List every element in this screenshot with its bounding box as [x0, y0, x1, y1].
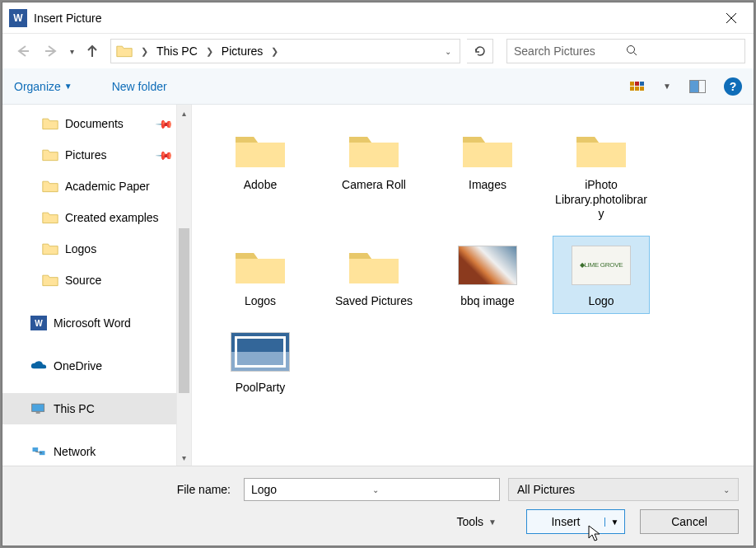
sidebar-tree: Documents 📌 Pictures 📌 Academic Paper Cr… [2, 105, 176, 466]
file-tile-iphoto[interactable]: iPhoto Library.photolibrary [553, 119, 650, 227]
sidebar-item-pictures[interactable]: Pictures 📌 [2, 139, 176, 171]
folder-icon [458, 125, 517, 173]
word-icon: W [30, 316, 47, 330]
image-thumbnail [572, 241, 631, 289]
file-tile-cameraroll[interactable]: Camera Roll [325, 119, 422, 227]
views-grid-icon [630, 82, 644, 91]
sidebar-scrollbar[interactable]: ▴ ▾ [176, 105, 191, 466]
sidebar-label: Logos [65, 242, 96, 255]
sidebar-item-word[interactable]: W Microsoft Word [2, 307, 176, 339]
insert-button[interactable]: Insert ▼ [526, 509, 625, 534]
sidebar-item-academic[interactable]: Academic Paper [2, 171, 176, 202]
refresh-button[interactable] [467, 39, 493, 63]
file-type-filter[interactable]: All Pictures ⌄ [508, 478, 739, 501]
cancel-button[interactable]: Cancel [640, 509, 739, 534]
file-grid: Adobe Camera Roll Images iPhoto Library.… [192, 105, 754, 466]
sidebar-label: Pictures [65, 148, 107, 162]
nav-back-button[interactable] [11, 38, 34, 64]
svg-rect-9 [33, 447, 39, 452]
caret-down-icon: ▼ [488, 518, 497, 527]
new-folder-button[interactable]: New folder [112, 80, 167, 93]
search-placeholder: Search Pictures [514, 44, 626, 58]
nav-history-dropdown[interactable]: ▾ [70, 47, 74, 56]
view-options-button[interactable] [627, 77, 646, 96]
folder-icon [344, 125, 404, 173]
window-title: Insert Picture [34, 12, 712, 25]
file-tile-images[interactable]: Images [439, 119, 536, 227]
svg-rect-10 [40, 451, 45, 455]
sidebar-item-created[interactable]: Created examples [2, 202, 176, 233]
filter-label: All Pictures [517, 483, 723, 496]
sidebar-label: Academic Paper [65, 180, 150, 193]
filename-value: Logo [251, 483, 372, 496]
view-dropdown[interactable]: ▼ [663, 82, 671, 91]
folder-icon [42, 210, 58, 225]
breadcrumb-seg-1[interactable]: This PC [156, 44, 198, 58]
folder-icon [231, 241, 290, 289]
sidebar-label: Created examples [65, 211, 159, 224]
sidebar-item-documents[interactable]: Documents 📌 [2, 108, 176, 139]
nav-up-button[interactable] [81, 38, 104, 64]
arrow-left-icon [14, 43, 30, 59]
arrow-right-icon [44, 43, 60, 59]
filename-dropdown[interactable]: ⌄ [372, 485, 493, 494]
preview-pane-icon [689, 80, 706, 93]
folder-icon [42, 241, 58, 256]
scroll-up-icon[interactable]: ▴ [177, 105, 191, 121]
scroll-down-icon[interactable]: ▾ [177, 449, 191, 466]
sidebar-item-network[interactable]: Network [2, 436, 176, 466]
preview-pane-button[interactable] [688, 77, 707, 96]
file-tile-logos[interactable]: Logos [212, 236, 309, 315]
address-bar[interactable]: ❯ This PC ❯ Pictures ❯ ⌄ [110, 39, 460, 63]
close-button[interactable] [712, 6, 750, 30]
monitor-icon [30, 401, 47, 416]
sidebar-item-source[interactable]: Source [2, 265, 176, 296]
file-tile-savedpictures[interactable]: Saved Pictures [325, 236, 422, 315]
folder-icon [572, 125, 631, 173]
search-icon [626, 44, 738, 59]
svg-line-6 [634, 52, 637, 55]
sidebar-label: Source [65, 274, 101, 287]
sidebar-label: This PC [54, 402, 95, 415]
file-tile-poolparty[interactable]: PoolParty [212, 322, 309, 401]
cancel-label: Cancel [671, 515, 707, 528]
new-folder-label: New folder [112, 80, 167, 93]
dialog-footer: File name: Logo ⌄ All Pictures ⌄ Tools ▼… [2, 466, 754, 546]
filename-input[interactable]: Logo ⌄ [244, 478, 500, 501]
address-dropdown[interactable]: ⌄ [440, 47, 456, 56]
svg-point-5 [628, 45, 635, 53]
folder-icon [42, 179, 58, 194]
folder-icon [42, 273, 58, 288]
nav-forward-button[interactable] [40, 38, 63, 64]
sidebar-label: Microsoft Word [54, 316, 131, 330]
help-button[interactable]: ? [724, 77, 742, 96]
body-area: Documents 📌 Pictures 📌 Academic Paper Cr… [2, 105, 754, 466]
caret-down-icon: ⌄ [723, 485, 730, 494]
title-bar: Insert Picture [2, 2, 754, 34]
folder-icon [116, 44, 133, 59]
file-tile-adobe[interactable]: Adobe [212, 119, 309, 227]
tile-label: bbq image [460, 294, 514, 309]
tile-label: Images [469, 178, 506, 193]
sidebar-item-onedrive[interactable]: OneDrive [2, 350, 176, 382]
breadcrumb-seg-2[interactable]: Pictures [222, 44, 264, 58]
refresh-icon [474, 44, 487, 58]
scroll-track[interactable] [177, 121, 191, 449]
tile-label: Logo [588, 294, 614, 309]
file-tile-logo[interactable]: Logo [553, 236, 650, 315]
tile-label: Saved Pictures [335, 294, 413, 309]
sidebar-item-thispc[interactable]: This PC [2, 393, 176, 424]
search-input[interactable]: Search Pictures [506, 39, 745, 63]
scroll-thumb[interactable] [179, 228, 189, 393]
insert-dropdown[interactable]: ▼ [604, 518, 624, 527]
insert-picture-dialog: Insert Picture ▾ ❯ This PC ❯ Pictures ❯ … [2, 2, 754, 546]
organize-menu[interactable]: Organize ▼ [14, 80, 72, 93]
tools-menu[interactable]: Tools ▼ [456, 515, 497, 528]
arrow-up-icon [85, 44, 100, 59]
pin-icon: 📌 [155, 145, 174, 164]
sidebar-item-logos[interactable]: Logos [2, 233, 176, 265]
folder-icon [344, 241, 404, 289]
file-tile-bbq[interactable]: bbq image [439, 236, 536, 315]
tile-label: Camera Roll [342, 178, 406, 193]
app-word-icon [9, 9, 27, 27]
